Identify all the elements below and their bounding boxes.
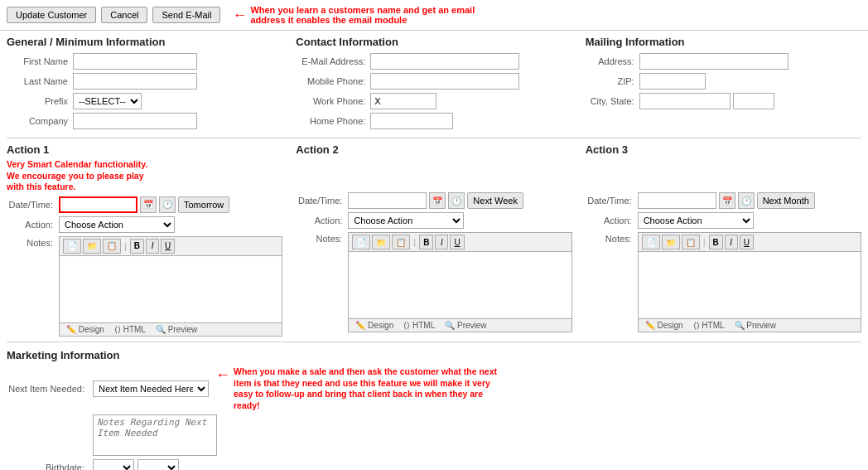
action2-design-btn[interactable]: ✏️ Design bbox=[355, 321, 393, 330]
prefix-select[interactable]: --SELECT-- Mr. Mrs. Ms. Dr. bbox=[73, 93, 142, 109]
action1-action-label: Action: bbox=[7, 220, 56, 230]
email-annotation-text: When you learn a customers name and get … bbox=[250, 5, 499, 25]
home-phone-input[interactable] bbox=[370, 113, 453, 129]
action1-notes-row: Notes: 📄 📁 📋 | B I U ✏️ Design ⟨⟩ HT bbox=[7, 236, 282, 337]
action1-folder-icon[interactable]: 📁 bbox=[83, 239, 101, 254]
email-input[interactable] bbox=[370, 53, 519, 70]
zip-label: ZIP: bbox=[586, 76, 639, 86]
action2-section: Action 2 Date/Time: 📅 🕐 Next Week Action… bbox=[296, 143, 571, 337]
action3-action-row: Action: Choose Action bbox=[586, 212, 861, 229]
action3-title: Action 3 bbox=[586, 143, 861, 156]
company-input[interactable] bbox=[73, 113, 197, 129]
divider-2 bbox=[7, 342, 861, 342]
top-bar: Update Customer Cancel Send E-Mail ← Whe… bbox=[0, 0, 868, 31]
action2-notes-label: Notes: bbox=[296, 232, 345, 244]
action3-folder-icon[interactable]: 📁 bbox=[662, 235, 680, 250]
action3-calendar-icon[interactable]: 📅 bbox=[719, 192, 735, 209]
action2-action-select[interactable]: Choose Action bbox=[348, 212, 464, 229]
action2-datetime-label: Date/Time: bbox=[296, 196, 345, 206]
action1-italic-btn[interactable]: I bbox=[146, 239, 159, 254]
action1-editor-area[interactable] bbox=[60, 256, 282, 322]
action1-section: Action 1 Very Smart Calendar functionali… bbox=[7, 143, 282, 337]
cancel-button[interactable]: Cancel bbox=[101, 7, 147, 23]
action1-datetime-row: Date/Time: 📅 🕐 Tomorrow bbox=[7, 196, 282, 213]
action3-page-icon[interactable]: 📄 bbox=[642, 235, 660, 250]
contact-section: Contact Information E-Mail Address: Mobi… bbox=[296, 36, 571, 133]
action1-page-icon[interactable]: 📄 bbox=[63, 239, 81, 254]
action2-clock-icon[interactable]: 🕐 bbox=[448, 192, 465, 209]
action3-editor-area[interactable] bbox=[639, 252, 861, 318]
action1-copy-icon[interactable]: 📋 bbox=[103, 239, 121, 254]
action2-editor-footer: ✏️ Design ⟨⟩ HTML 🔍 Preview bbox=[349, 318, 571, 332]
company-label: Company bbox=[7, 116, 73, 126]
state-input[interactable] bbox=[733, 93, 774, 109]
birthdate-row: Birthdate: bbox=[7, 459, 861, 470]
mobile-input[interactable] bbox=[370, 73, 519, 90]
action2-preview-btn[interactable]: 🔍 Preview bbox=[445, 321, 486, 330]
action3-copy-icon[interactable]: 📋 bbox=[682, 235, 700, 250]
action1-notes-label: Notes: bbox=[7, 236, 56, 248]
action2-italic-btn[interactable]: I bbox=[435, 235, 448, 250]
action1-bold-btn[interactable]: B bbox=[130, 239, 144, 254]
birthdate-month-select[interactable] bbox=[93, 459, 134, 470]
main-content: General / Minimum Information First Name… bbox=[0, 31, 868, 470]
action2-underline-btn[interactable]: U bbox=[450, 235, 464, 250]
action2-nextweek-btn[interactable]: Next Week bbox=[467, 192, 523, 209]
action2-page-icon[interactable]: 📄 bbox=[352, 235, 370, 250]
action3-preview-btn[interactable]: 🔍 Preview bbox=[735, 321, 776, 330]
birthdate-label: Birthdate: bbox=[7, 463, 89, 470]
first-name-row: First Name bbox=[7, 53, 282, 70]
action1-tomorrow-btn[interactable]: Tomorrow bbox=[178, 196, 229, 213]
action1-underline-btn[interactable]: U bbox=[161, 239, 175, 254]
action2-folder-icon[interactable]: 📁 bbox=[372, 235, 390, 250]
email-row: E-Mail Address: bbox=[296, 53, 571, 70]
zip-row: ZIP: bbox=[586, 73, 861, 90]
action2-copy-icon[interactable]: 📋 bbox=[392, 235, 410, 250]
action3-notes-row: Notes: 📄 📁 📋 | B I U ✏️ Design ⟨⟩ HT bbox=[586, 232, 861, 332]
city-input[interactable] bbox=[639, 93, 731, 109]
action3-nextmonth-btn[interactable]: Next Month bbox=[757, 192, 815, 209]
next-item-select[interactable]: Next Item Needed Here bbox=[93, 380, 209, 397]
send-email-button[interactable]: Send E-Mail bbox=[152, 7, 220, 23]
action3-editor-footer: ✏️ Design ⟨⟩ HTML 🔍 Preview bbox=[639, 318, 861, 332]
action1-calendar-icon[interactable]: 📅 bbox=[140, 196, 157, 213]
next-item-label: Next Item Needed: bbox=[7, 384, 89, 394]
action3-action-select[interactable]: Choose Action bbox=[638, 212, 754, 229]
marketing-title: Marketing Information bbox=[7, 349, 861, 361]
action1-clock-icon[interactable]: 🕐 bbox=[159, 196, 176, 213]
action2-datetime-row: Date/Time: 📅 🕐 Next Week bbox=[296, 192, 571, 209]
action1-preview-btn[interactable]: 🔍 Preview bbox=[156, 325, 197, 334]
action2-datetime-input[interactable] bbox=[348, 192, 427, 209]
action2-bold-btn[interactable]: B bbox=[419, 235, 433, 250]
action3-action-label: Action: bbox=[586, 216, 635, 225]
work-phone-input[interactable] bbox=[370, 93, 436, 109]
action3-datetime-row: Date/Time: 📅 🕐 Next Month bbox=[586, 192, 861, 209]
action3-italic-btn[interactable]: I bbox=[725, 235, 738, 250]
action3-underline-btn[interactable]: U bbox=[740, 235, 754, 250]
first-name-input[interactable] bbox=[73, 53, 197, 70]
action2-html-btn[interactable]: ⟨⟩ HTML bbox=[403, 321, 435, 330]
action3-html-btn[interactable]: ⟨⟩ HTML bbox=[693, 321, 725, 330]
next-item-notes-textarea[interactable] bbox=[93, 414, 217, 456]
action3-section: Action 3 Date/Time: 📅 🕐 Next Month Actio… bbox=[586, 143, 861, 337]
action1-datetime-input[interactable] bbox=[59, 196, 137, 213]
zip-input[interactable] bbox=[639, 73, 706, 90]
company-row: Company bbox=[7, 113, 282, 129]
action3-datetime-input[interactable] bbox=[638, 192, 716, 209]
action2-editor-area[interactable] bbox=[349, 252, 571, 318]
action2-calendar-icon[interactable]: 📅 bbox=[429, 192, 446, 209]
action3-clock-icon[interactable]: 🕐 bbox=[738, 192, 755, 209]
calendar-note: Very Smart Calendar functionality.We enc… bbox=[7, 159, 282, 193]
birthdate-day-select[interactable] bbox=[137, 459, 179, 470]
last-name-row: Last Name bbox=[7, 73, 282, 90]
action3-design-btn[interactable]: ✏️ Design bbox=[645, 321, 683, 330]
last-name-input[interactable] bbox=[73, 73, 197, 90]
action1-html-btn[interactable]: ⟨⟩ HTML bbox=[114, 325, 146, 334]
address-label: Address: bbox=[586, 56, 639, 66]
action3-bold-btn[interactable]: B bbox=[709, 235, 723, 250]
address-input[interactable] bbox=[639, 53, 788, 70]
action1-action-select[interactable]: Choose Action bbox=[59, 216, 175, 233]
action1-design-btn[interactable]: ✏️ Design bbox=[66, 325, 104, 334]
update-customer-button[interactable]: Update Customer bbox=[7, 7, 96, 23]
divider-1 bbox=[7, 138, 861, 138]
